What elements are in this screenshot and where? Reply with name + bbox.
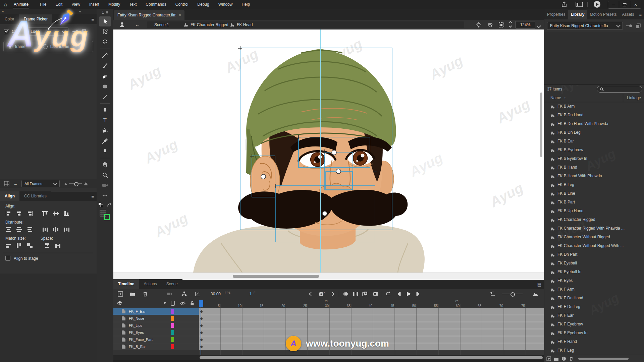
camera-tool[interactable]: [99, 180, 111, 190]
selection-tool[interactable]: [99, 16, 111, 26]
new-folder-button[interactable]: [129, 291, 136, 297]
step-forward-frame-button[interactable]: [415, 291, 421, 297]
library-item[interactable]: FK B Line: [544, 189, 644, 198]
outline-column-icon[interactable]: [171, 301, 175, 306]
step-forward-keyframe-button[interactable]: [331, 291, 335, 297]
layer-outline-color[interactable]: [171, 330, 174, 335]
library-item[interactable]: FK F Dn Leg: [544, 302, 644, 311]
menu-item[interactable]: File: [40, 2, 46, 7]
layer-outline-color[interactable]: [171, 344, 174, 349]
menu-item[interactable]: Modify: [108, 2, 120, 7]
show-all-dot-icon[interactable]: [164, 302, 166, 304]
timeline-hscroll-track[interactable]: [113, 355, 544, 360]
eye-hidden-icon[interactable]: [180, 300, 186, 306]
match-width-icon[interactable]: [4, 242, 13, 249]
library-item[interactable]: FK B Hand With Phawda: [544, 172, 644, 180]
rotate-stage-button[interactable]: [487, 22, 493, 28]
new-layer-button[interactable]: [117, 291, 123, 297]
loop-select[interactable]: Loop: [28, 27, 68, 36]
fluid-brush-tool[interactable]: [99, 50, 111, 60]
swap-colors-icon[interactable]: [98, 202, 104, 208]
timeline-ruler[interactable]: 1s 2s 51015202530354045505560657075: [199, 299, 544, 308]
align-left-edge-icon[interactable]: [4, 210, 13, 217]
lasso-tool[interactable]: [99, 37, 111, 47]
sort-ascending-icon[interactable]: ↑: [564, 96, 566, 100]
align-top-edge-icon[interactable]: [41, 210, 50, 217]
new-symbol-button[interactable]: [546, 356, 551, 361]
toolbar-menu-icon[interactable]: ≡: [106, 10, 108, 15]
library-item[interactable]: FK B Dn Hand: [544, 111, 644, 119]
library-item[interactable]: FK Character Rigged: [544, 215, 644, 224]
paint-bucket-tool[interactable]: [99, 126, 111, 136]
layer-outline-color[interactable]: [171, 337, 174, 342]
stroke-fill-swatches[interactable]: [99, 209, 111, 221]
zoom-stepper[interactable]: [509, 21, 512, 27]
library-item[interactable]: FK B Part: [544, 198, 644, 206]
library-item[interactable]: FK Character Without Rigged: [544, 233, 644, 241]
layer-outline-color[interactable]: [171, 309, 174, 314]
grid-view-icon[interactable]: [4, 181, 9, 186]
library-item[interactable]: FK b Eyebrow In: [544, 154, 644, 163]
document-tab[interactable]: Fatty Kisan Rigged Character.fla* ×: [114, 10, 184, 20]
menu-item[interactable]: Control: [175, 2, 189, 7]
slider-knob[interactable]: [74, 182, 78, 186]
breadcrumb-scene[interactable]: Scene 1: [154, 22, 169, 27]
layer-outline-color[interactable]: [171, 316, 174, 321]
center-stage-button[interactable]: [476, 22, 482, 28]
resize-timeline-view-button[interactable]: [532, 291, 539, 297]
playhead-marker[interactable]: [199, 300, 203, 307]
library-item[interactable]: FK B Dn Hand With Phawda: [544, 119, 644, 128]
tab-motion-presets[interactable]: Motion Presets: [587, 10, 619, 19]
frame-span-row[interactable]: [199, 308, 544, 315]
auto-keyframe-button[interactable]: A: [319, 291, 325, 297]
create-checkbox[interactable]: [4, 29, 9, 34]
oval-tool[interactable]: [99, 81, 111, 92]
workspace-button[interactable]: [576, 1, 583, 7]
clip-content-button[interactable]: [498, 22, 504, 28]
panel-menu-icon[interactable]: ≡: [91, 17, 94, 22]
canvas-vscroll-thumb[interactable]: [540, 93, 542, 157]
new-panel-icon[interactable]: [81, 29, 86, 34]
edit-scene-button[interactable]: [119, 21, 125, 28]
breadcrumb-symbol-2[interactable]: FK Head: [237, 22, 253, 27]
layer-row[interactable]: FK_Lips: [113, 322, 199, 329]
fps-value[interactable]: 30.00: [211, 292, 221, 296]
menu-item[interactable]: Window: [218, 2, 233, 7]
line-tool[interactable]: [99, 92, 111, 102]
collapse-left-icon[interactable]: «: [2, 9, 4, 14]
distribute-horizontal-center-icon[interactable]: [52, 226, 60, 233]
close-button[interactable]: ×: [630, 1, 641, 8]
library-item[interactable]: FK Eyes: [544, 276, 644, 285]
frames-filter-select[interactable]: All Frames: [21, 180, 60, 187]
step-back-frame-button[interactable]: [396, 291, 402, 297]
tab-actions[interactable]: Actions: [139, 279, 161, 289]
back-arrow-icon[interactable]: ←: [135, 22, 140, 27]
library-item[interactable]: FK B Ear: [544, 137, 644, 145]
eraser-tool[interactable]: [99, 71, 111, 81]
library-item[interactable]: FK F Dn Hand: [544, 294, 644, 302]
graph-editor-button[interactable]: [195, 291, 201, 297]
subselection-tool[interactable]: [99, 27, 111, 37]
tab-library[interactable]: Library: [568, 10, 587, 19]
align-right-edge-icon[interactable]: [25, 210, 34, 217]
frame-span-row[interactable]: [199, 322, 544, 329]
layers-stack-icon[interactable]: [117, 300, 123, 306]
frame-span-row[interactable]: [199, 329, 544, 336]
tab-timeline[interactable]: Timeline: [113, 279, 139, 289]
menu-item[interactable]: Edit: [55, 2, 62, 7]
distribute-right-icon[interactable]: [62, 226, 71, 233]
library-item[interactable]: FK F Arm: [544, 285, 644, 294]
tab-assets[interactable]: Assets: [619, 10, 637, 19]
classic-brush-tool[interactable]: [99, 61, 111, 71]
test-movie-button[interactable]: [594, 1, 600, 8]
eyedropper-tool[interactable]: [99, 136, 111, 146]
text-tool[interactable]: T: [99, 115, 111, 125]
zoom-dropdown-icon[interactable]: [537, 24, 540, 28]
layer-row[interactable]: FK_F_Ear: [113, 308, 199, 315]
timeline-hscroll-thumb[interactable]: [200, 356, 543, 359]
library-item[interactable]: FK B Up Hand: [544, 206, 644, 215]
layer-row[interactable]: FK_Nose: [113, 315, 199, 322]
timeline-menu-icon[interactable]: ▤: [537, 282, 541, 287]
library-item[interactable]: FK F Hand: [544, 337, 644, 346]
delete-layer-button[interactable]: [142, 291, 148, 297]
